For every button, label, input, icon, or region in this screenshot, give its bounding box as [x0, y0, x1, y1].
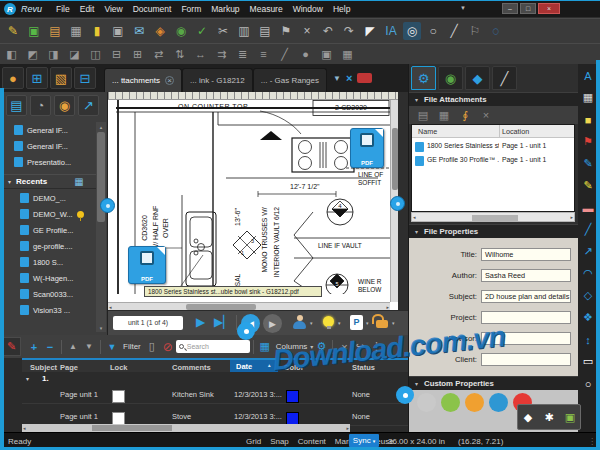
polyline-icon[interactable]: ❖	[581, 310, 596, 325]
caret-icon[interactable]: ▾	[310, 320, 313, 326]
markup-row[interactable]: Page unit 1 Stove 12/3/2013 3:... None	[22, 406, 408, 426]
status-toggle[interactable]: Snap	[270, 437, 289, 446]
record-pin-icon[interactable]	[357, 73, 372, 83]
collapse-icon[interactable]: ▾	[26, 375, 29, 382]
recent-file-item[interactable]: DEMO_...	[0, 190, 96, 206]
pdf-attachment-icon[interactable]: PDF	[350, 128, 384, 168]
align-top-icon[interactable]: ◩	[25, 47, 40, 62]
burst-tool-icon[interactable]: ✱	[541, 409, 558, 426]
lasso-icon[interactable]: ◌	[487, 22, 505, 40]
spacing-icon[interactable]: ↔	[193, 47, 208, 62]
color-swatch-blue[interactable]	[489, 393, 508, 412]
dimension-icon[interactable]: ↕	[581, 332, 596, 347]
next-page-icon[interactable]: ▶	[196, 315, 205, 329]
sets-icon[interactable]: ▧	[50, 67, 72, 89]
menu-item[interactable]: File	[56, 4, 70, 14]
center-vertical-icon[interactable]: ⊟	[109, 47, 124, 62]
copy-icon[interactable]: ▥	[235, 22, 253, 40]
menu-item[interactable]: Measure	[250, 4, 283, 14]
color-swatch-orange[interactable]	[465, 393, 484, 412]
tab-list-icon[interactable]: ▼	[333, 74, 341, 83]
menu-item[interactable]: Help	[333, 4, 350, 14]
arrow-icon[interactable]: ↗	[581, 244, 596, 259]
menu-overflow-icon[interactable]: ▼	[460, 5, 466, 11]
close-tab-icon[interactable]: ×	[165, 76, 174, 85]
recent-file-item[interactable]: GE Profile...	[0, 222, 96, 238]
subject-field[interactable]: 2D house plan and details	[481, 290, 571, 303]
select-icon[interactable]: ◤	[361, 22, 379, 40]
client-field[interactable]	[481, 353, 571, 366]
collapse-icon[interactable]: ▾	[8, 178, 11, 185]
attach-save-icon[interactable]: ▦	[436, 107, 452, 123]
column-header[interactable]: Location	[502, 127, 529, 136]
polygon-tool-icon[interactable]: ◆	[520, 409, 537, 426]
panel-handle[interactable]	[396, 386, 414, 404]
mask-icon[interactable]: ●	[298, 47, 313, 62]
scroll-left-icon[interactable]: ◂	[109, 304, 112, 310]
stamp-icon[interactable]: ◈	[151, 22, 169, 40]
attachment-row[interactable]: 1800 Series Stainless st...u... Page 1 -…	[412, 140, 574, 153]
line-tool-icon[interactable]: ╱	[277, 47, 292, 62]
caret-icon[interactable]: ▾	[392, 320, 395, 326]
line-icon[interactable]: ╱	[581, 222, 596, 237]
maximize-button[interactable]: □	[520, 3, 536, 14]
hatch-icon[interactable]: ▦	[340, 47, 355, 62]
markup-horizontal-scrollbar[interactable]: ◂ ▸	[22, 424, 350, 432]
file-tab-icon[interactable]: ▤	[6, 95, 27, 116]
column-header[interactable]: Page	[60, 363, 78, 372]
export-icon[interactable]: ↗	[78, 95, 99, 116]
note-icon[interactable]: ■	[581, 112, 596, 127]
expand-all-icon[interactable]: +	[26, 339, 42, 355]
redo-icon[interactable]: ↷	[340, 22, 358, 40]
last-page-icon[interactable]: ▶▏	[214, 315, 232, 329]
scroll-up-icon[interactable]: ▴	[96, 122, 106, 131]
column-header[interactable]: Subject	[30, 363, 57, 372]
menu-item[interactable]: Markup	[211, 4, 239, 14]
menu-item[interactable]: Window	[293, 4, 323, 14]
custom-properties-header[interactable]: ▾ Custom Properties	[409, 376, 579, 390]
edit-text-icon[interactable]: IA	[382, 22, 400, 40]
thumbnails-icon[interactable]: ●	[2, 67, 24, 89]
page-properties-icon[interactable]: P	[350, 315, 363, 330]
format-paint-icon[interactable]: ⚑	[277, 22, 295, 40]
recent-file-item[interactable]: Vision33 ...	[0, 302, 96, 318]
scroll-right-icon[interactable]: ▸	[346, 425, 349, 431]
pen-icon[interactable]: ✎	[581, 156, 596, 171]
avatar-icon[interactable]	[292, 315, 307, 330]
left-panel-handle[interactable]	[100, 198, 115, 213]
calendar-icon[interactable]: ▦	[74, 176, 83, 187]
history-icon[interactable]: ◔	[30, 95, 51, 116]
recents-header[interactable]: ▾ Recents ▦	[0, 174, 96, 189]
menu-item[interactable]: Edit	[80, 4, 95, 14]
align-right-icon[interactable]: ◨	[46, 47, 61, 62]
recent-file-item[interactable]: ge-profile....	[0, 238, 96, 254]
properties-tab-icon[interactable]: ⚙	[411, 66, 436, 90]
align-bottom-icon[interactable]: ◪	[67, 47, 82, 62]
author-field[interactable]: Sasha Reed	[481, 269, 571, 282]
status-toggle[interactable]: Grid	[246, 437, 261, 446]
paperclip-icon[interactable]: ∮	[457, 107, 473, 123]
typewriter-icon[interactable]: ▦	[581, 90, 596, 105]
move-down-icon[interactable]: ▼	[81, 339, 97, 355]
file-properties-header[interactable]: ▾ File Properties	[409, 224, 579, 238]
email-icon[interactable]: ✉	[130, 22, 148, 40]
paste-icon[interactable]: ▤	[256, 22, 274, 40]
spellcheck-icon[interactable]: ✓	[193, 22, 211, 40]
file-item[interactable]: General IF...	[0, 122, 96, 138]
distribute-icon[interactable]: ⊞	[130, 47, 145, 62]
recent-file-item[interactable]: DEMO_W...	[0, 206, 96, 222]
list-arrows-icon[interactable]: ⇉	[214, 47, 229, 62]
menu-item[interactable]: Form	[181, 4, 201, 14]
markup-row[interactable]: Page unit 1 Kitchen Sink 12/3/2013 3:...…	[22, 384, 408, 404]
image-tool-icon[interactable]: ▣	[562, 409, 579, 426]
layers-icon[interactable]: ▣	[319, 47, 334, 62]
bookmarks-icon[interactable]: ⊟	[74, 67, 96, 89]
attachment-row[interactable]: GE Profile 30 Profile™ ...s - ... Page 1…	[412, 154, 574, 167]
move-up-icon[interactable]: ▲	[65, 339, 81, 355]
collapse-icon[interactable]: ▾	[415, 96, 418, 103]
collapse-all-icon[interactable]: −	[42, 339, 58, 355]
zoom-icon[interactable]: ○	[424, 22, 442, 40]
menu-item[interactable]: Document	[133, 4, 172, 14]
lightbulb-icon[interactable]	[323, 316, 334, 327]
page-indicator-field[interactable]: unit 1 (1 of 4)	[113, 316, 183, 330]
